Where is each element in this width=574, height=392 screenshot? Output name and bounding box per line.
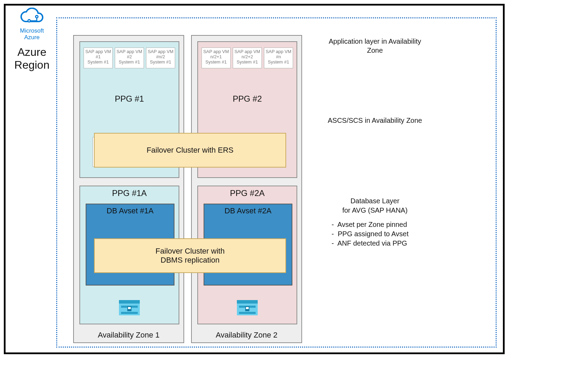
ppg-1a-title: PPG #1A xyxy=(80,188,179,198)
failover-dbms-label: Failover Cluster with DBMS replication xyxy=(155,247,224,265)
availability-zone-1: SAP app VM#1System #1 SAP app VM#2System… xyxy=(73,35,184,343)
app-vm-row-z2: SAP app VMn/2+1System #1 SAP app VMn/2+2… xyxy=(202,48,293,68)
db-bullets: - Avset per Zone pinned - PPG assigned t… xyxy=(332,220,439,248)
zone-1-title: Availability Zone 1 xyxy=(74,331,183,340)
sap-app-vm: SAP app VM#nSystem #1 xyxy=(264,48,293,68)
db-avset-2a-title: DB Avset #2A xyxy=(204,206,292,215)
sap-app-vm: SAP app VM#n/2System #1 xyxy=(146,48,175,68)
ppg-2a-title: PPG #2A xyxy=(198,188,297,198)
svg-point-1 xyxy=(28,20,31,22)
svg-rect-9 xyxy=(128,307,131,309)
label-app-layer: Application layer in Availability Zone xyxy=(311,37,439,55)
ppg-2-title: PPG #2 xyxy=(198,94,297,104)
region-label-l1: Azure xyxy=(17,46,46,58)
anf-icon xyxy=(235,299,259,317)
availability-zone-2: SAP app VMn/2+1System #1 SAP app VMn/2+2… xyxy=(191,35,302,343)
svg-rect-7 xyxy=(121,312,138,314)
svg-rect-10 xyxy=(237,300,258,304)
svg-rect-15 xyxy=(246,307,249,309)
label-db-layer: Database Layer for AVG (SAP HANA) - Avse… xyxy=(311,196,439,248)
db-avset-1a-title: DB Avset #1A xyxy=(86,206,174,215)
brand-az: Azure xyxy=(24,34,40,41)
svg-point-3 xyxy=(36,16,38,18)
region-label: Azure Region xyxy=(8,46,56,71)
diagram-frame: MicrosoftAzure Azure Region SAP app VM#1… xyxy=(4,4,505,354)
azure-logo: MicrosoftAzure xyxy=(11,8,53,41)
brand-ms: Microsoft xyxy=(20,27,44,34)
region-label-l2: Region xyxy=(14,59,49,71)
failover-ers-label: Failover Cluster with ERS xyxy=(147,146,234,155)
zones: SAP app VM#1System #1 SAP app VM#2System… xyxy=(73,35,302,343)
sap-app-vm: SAP app VMn/2+2System #1 xyxy=(233,48,262,68)
sap-app-vm: SAP app VM#1System #1 xyxy=(84,48,113,68)
app-vm-row-z1: SAP app VM#1System #1 SAP app VM#2System… xyxy=(84,48,175,68)
label-ascs: ASCS/SCS in Availability Zone xyxy=(311,117,439,125)
azure-cloud-icon xyxy=(18,8,46,27)
sap-app-vm: SAP app VM#2System #1 xyxy=(115,48,144,68)
svg-rect-4 xyxy=(119,300,140,304)
zone-2-title: Availability Zone 2 xyxy=(192,331,301,340)
anf-icon xyxy=(118,299,141,317)
sap-app-vm: SAP app VMn/2+1System #1 xyxy=(202,48,231,68)
ppg-1-title: PPG #1 xyxy=(80,94,179,104)
failover-cluster-ers: Failover Cluster with ERS xyxy=(94,133,286,168)
failover-cluster-dbms: Failover Cluster with DBMS replication xyxy=(94,238,286,273)
svg-rect-13 xyxy=(239,312,256,314)
